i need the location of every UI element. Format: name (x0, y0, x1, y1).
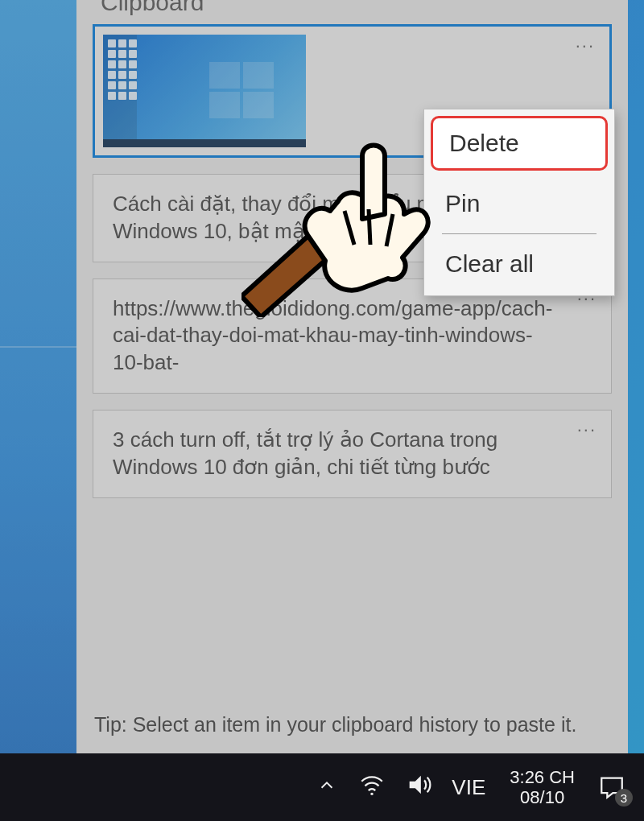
clipboard-item-content: 3 cách turn off, tắt trợ lý ảo Cortana t… (113, 427, 497, 479)
item-more-icon[interactable]: ··· (577, 419, 597, 442)
clipboard-thumbnail (103, 35, 306, 147)
notification-badge: 3 (615, 789, 633, 807)
tray-overflow-icon[interactable] (318, 777, 336, 798)
item-more-icon[interactable]: ··· (576, 35, 595, 58)
sound-icon[interactable] (405, 771, 432, 803)
action-center-icon[interactable]: 3 (596, 771, 628, 803)
svg-point-1 (371, 793, 374, 795)
context-delete[interactable]: Delete (431, 116, 608, 171)
tray-time: 3:26 CH (510, 767, 575, 787)
tray-date: 08/10 (510, 787, 575, 807)
context-divider (442, 233, 597, 234)
taskbar: VIE 3:26 CH 08/10 3 (0, 753, 644, 821)
tray-language[interactable]: VIE (452, 775, 485, 800)
clipboard-tip: Tip: Select an item in your clipboard hi… (76, 699, 628, 754)
context-pin[interactable]: Pin (424, 177, 614, 230)
wifi-icon[interactable] (358, 771, 386, 803)
desktop-strip (0, 0, 76, 753)
panel-title: Clipboard (76, 0, 628, 13)
clipboard-item-content: https://www.thegioididong.com/game-app/c… (113, 296, 552, 375)
context-clear-all[interactable]: Clear all (424, 237, 614, 291)
tray-clock[interactable]: 3:26 CH 08/10 (510, 767, 575, 808)
context-menu: Delete Pin Clear all (423, 109, 615, 296)
clipboard-item-text[interactable]: 3 cách turn off, tắt trợ lý ảo Cortana t… (93, 410, 612, 498)
